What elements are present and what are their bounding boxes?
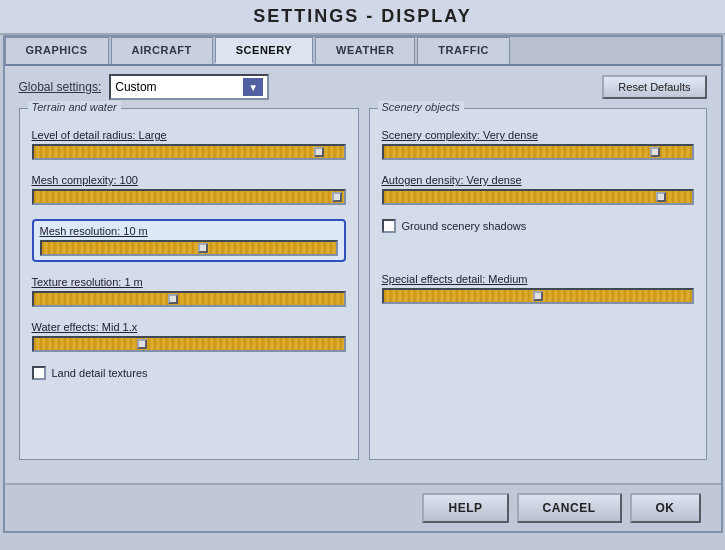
lod-slider[interactable] xyxy=(32,144,346,160)
ok-button[interactable]: OK xyxy=(630,493,701,523)
special-effects-slider-row: Special effects detail: Medium xyxy=(382,273,694,304)
scenery-complexity-label: Scenery complexity: Very dense xyxy=(382,129,694,141)
scenery-complexity-thumb[interactable] xyxy=(650,147,660,157)
lod-thumb[interactable] xyxy=(314,147,324,157)
texture-resolution-slider[interactable] xyxy=(32,291,346,307)
scenery-complexity-slider-row: Scenery complexity: Very dense xyxy=(382,129,694,160)
land-detail-checkbox-row: Land detail textures xyxy=(32,366,346,380)
land-detail-label: Land detail textures xyxy=(52,367,148,379)
lod-slider-row: Level of detail radius: Large xyxy=(32,129,346,160)
ground-shadows-checkbox-row: Ground scenery shadows xyxy=(382,219,694,233)
ground-shadows-label: Ground scenery shadows xyxy=(402,220,527,232)
water-effects-slider[interactable] xyxy=(32,336,346,352)
water-effects-label: Water effects: Mid 1.x xyxy=(32,321,346,333)
lod-label: Level of detail radius: Large xyxy=(32,129,346,141)
tab-graphics[interactable]: GRAPHICS xyxy=(5,37,109,64)
terrain-panel-title: Terrain and water xyxy=(28,101,121,113)
water-effects-thumb[interactable] xyxy=(137,339,147,349)
mesh-complexity-slider-row: Mesh complexity: 100 xyxy=(32,174,346,205)
global-settings-label: Global settings: xyxy=(19,80,102,94)
texture-resolution-label: Texture resolution: 1 m xyxy=(32,276,346,288)
mesh-complexity-thumb[interactable] xyxy=(332,192,342,202)
title-bar: SETTINGS - DISPLAY xyxy=(0,0,725,35)
global-settings-select[interactable]: Custom ▼ xyxy=(109,74,269,100)
autogen-density-slider-row: Autogen density: Very dense xyxy=(382,174,694,205)
mesh-resolution-thumb[interactable] xyxy=(198,243,208,253)
scenery-panel: Scenery objects Scenery complexity: Very… xyxy=(369,108,707,460)
cancel-button[interactable]: CANCEL xyxy=(517,493,622,523)
scenery-complexity-slider[interactable] xyxy=(382,144,694,160)
texture-resolution-thumb[interactable] xyxy=(168,294,178,304)
global-settings-value: Custom xyxy=(115,80,243,94)
reset-defaults-button[interactable]: Reset Defaults xyxy=(602,75,706,99)
tab-scenery[interactable]: SCENERY xyxy=(215,37,313,64)
title-text: SETTINGS - DISPLAY xyxy=(253,6,471,26)
ground-shadows-checkbox[interactable] xyxy=(382,219,396,233)
water-effects-slider-row: Water effects: Mid 1.x xyxy=(32,321,346,352)
land-detail-checkbox[interactable] xyxy=(32,366,46,380)
dropdown-arrow-icon[interactable]: ▼ xyxy=(243,78,263,96)
terrain-panel: Terrain and water Level of detail radius… xyxy=(19,108,359,460)
tab-weather[interactable]: WEATHER xyxy=(315,37,415,64)
special-effects-label: Special effects detail: Medium xyxy=(382,273,694,285)
mesh-resolution-slider[interactable] xyxy=(40,240,338,256)
footer: HELP CANCEL OK xyxy=(5,483,721,531)
scenery-panel-title: Scenery objects xyxy=(378,101,464,113)
special-effects-thumb[interactable] xyxy=(533,291,543,301)
mesh-complexity-slider[interactable] xyxy=(32,189,346,205)
autogen-density-slider[interactable] xyxy=(382,189,694,205)
tab-traffic[interactable]: TRAFFIC xyxy=(417,37,510,64)
tab-bar: GRAPHICS AIRCRAFT SCENERY WEATHER TRAFFI… xyxy=(5,37,721,66)
texture-resolution-slider-row: Texture resolution: 1 m xyxy=(32,276,346,307)
dialog: GRAPHICS AIRCRAFT SCENERY WEATHER TRAFFI… xyxy=(3,35,723,533)
help-button[interactable]: HELP xyxy=(422,493,508,523)
mesh-resolution-slider-row: Mesh resolution: 10 m xyxy=(32,219,346,262)
mesh-complexity-label: Mesh complexity: 100 xyxy=(32,174,346,186)
autogen-density-label: Autogen density: Very dense xyxy=(382,174,694,186)
autogen-density-thumb[interactable] xyxy=(656,192,666,202)
tab-aircraft[interactable]: AIRCRAFT xyxy=(111,37,213,64)
special-effects-slider[interactable] xyxy=(382,288,694,304)
content-area: Terrain and water Level of detail radius… xyxy=(5,108,721,468)
mesh-resolution-label: Mesh resolution: 10 m xyxy=(40,225,338,237)
